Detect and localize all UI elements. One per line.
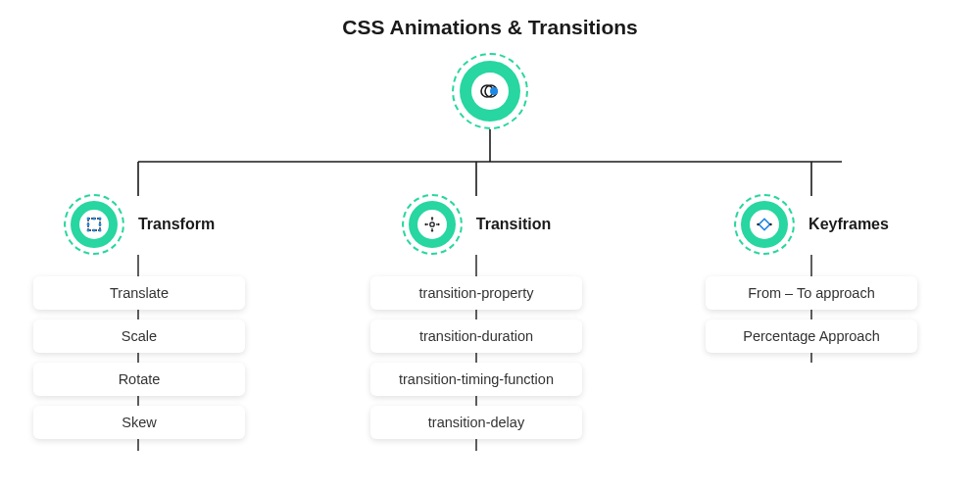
svg-marker-16 (430, 230, 433, 232)
leaf-scale: Scale (33, 319, 245, 353)
svg-point-7 (86, 223, 89, 226)
svg-point-11 (98, 229, 101, 232)
root-node (452, 53, 528, 129)
svg-marker-18 (424, 223, 426, 226)
leaf-percentage: Percentage Approach (706, 319, 917, 353)
leaf-translate: Translate (33, 276, 245, 310)
svg-point-4 (86, 218, 89, 220)
transform-grid-icon (85, 216, 103, 233)
leaf-transition-delay: transition-delay (370, 406, 582, 439)
keyframe-diamond-icon (756, 216, 773, 233)
leaf-skew: Skew (33, 406, 245, 439)
svg-rect-3 (88, 219, 100, 230)
svg-point-8 (98, 223, 101, 226)
branch-title-transform: Transform (138, 216, 215, 233)
leaf-transition-property: transition-property (370, 276, 582, 310)
svg-point-9 (86, 229, 89, 232)
leaf-from-to: From – To approach (706, 276, 917, 310)
branch-title-transition: Transition (476, 216, 551, 233)
leaf-transition-duration: transition-duration (370, 319, 582, 353)
diagram-title: CSS Animations & Transitions (0, 0, 980, 39)
svg-point-22 (757, 223, 759, 225)
svg-point-5 (92, 218, 95, 220)
svg-point-23 (769, 223, 771, 225)
svg-marker-14 (430, 217, 433, 219)
leaf-rotate: Rotate (33, 363, 245, 396)
keyframes-node (734, 194, 795, 255)
transition-node (402, 194, 463, 255)
branch-transition: Transition transition-property transitio… (370, 194, 582, 439)
svg-point-2 (490, 87, 498, 95)
svg-point-12 (430, 222, 434, 226)
svg-marker-20 (438, 223, 440, 226)
leaf-transition-timing-function: transition-timing-function (370, 363, 582, 396)
animation-rings-icon (478, 79, 502, 103)
transform-node (64, 194, 124, 255)
svg-rect-21 (759, 219, 769, 229)
branch-transform: Transform Translate Scale Rotate Skew (33, 194, 245, 439)
transition-arrows-icon (423, 216, 441, 233)
svg-point-10 (92, 229, 95, 232)
svg-point-6 (98, 218, 101, 220)
branch-title-keyframes: Keyframes (808, 216, 889, 233)
branch-keyframes: Keyframes From – To approach Percentage … (706, 194, 917, 353)
